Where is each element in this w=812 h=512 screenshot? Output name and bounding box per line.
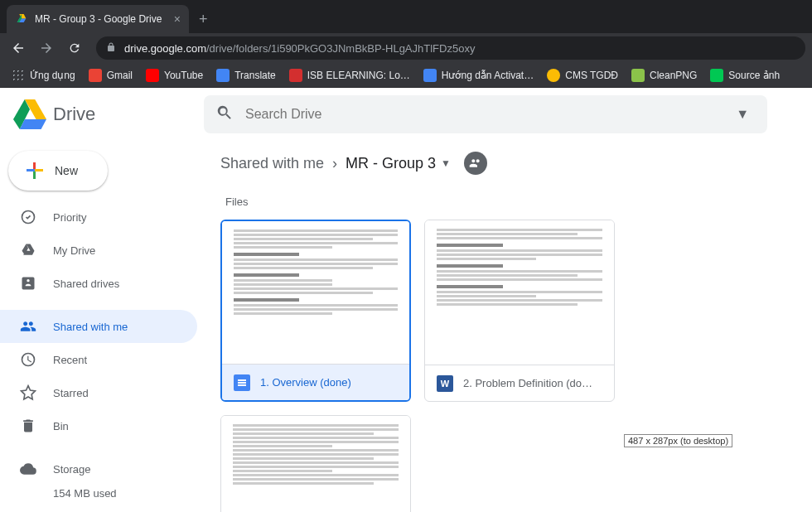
bookmark-huongdan[interactable]: Hướng dẫn Activat… [418,65,539,85]
file-preview [222,221,409,364]
tab-close-icon[interactable]: × [174,12,181,26]
search-input[interactable] [245,107,718,122]
sidebar-item-bin[interactable]: Bin [0,409,197,442]
sidebar-item-starred[interactable]: Starred [0,376,197,409]
file-preview [425,220,614,365]
new-tab-button[interactable]: + [189,11,218,28]
plus-icon [25,161,45,181]
priority-icon [20,209,36,225]
starred-icon [20,384,36,401]
docs-icon [423,69,437,82]
new-button[interactable]: New [8,151,108,191]
sidebar-item-storage[interactable]: Storage [0,452,197,485]
url-path: /drive/folders/1i590PkGO3JNmBkBP-HLgAJhT… [206,42,475,55]
bin-icon [20,418,36,434]
forward-button[interactable] [35,36,58,60]
tab-title: MR - Group 3 - Google Drive [35,13,162,25]
chevron-right-icon: › [332,155,337,172]
sidebar-item-mydrive[interactable]: My Drive [0,234,197,267]
bookmark-isb[interactable]: ISB ELEARNING: Lo… [284,65,415,85]
storage-used: 154 MB used [0,487,207,500]
back-button[interactable] [7,36,30,60]
browser-address-bar: drive.google.com/drive/folders/1i590PkGO… [0,33,812,63]
url-host: drive.google.com [124,42,206,55]
breadcrumb-current[interactable]: MR - Group 3 [346,155,436,172]
sidebar-item-shareddrives[interactable]: Shared drives [0,267,197,300]
shared-badge-icon[interactable] [464,152,487,175]
file-footer: 1. Overview (done) [222,364,409,400]
bookmark-cms[interactable]: CMS TGDĐ [542,65,623,85]
drive-app: Drive ▼ New Priority My Drive Shared dri… [0,88,812,512]
drive-logo-text: Drive [53,104,95,125]
shareddrives-icon [20,275,36,292]
url-field[interactable]: drive.google.com/drive/folders/1i590PkGO… [96,36,805,60]
file-card[interactable]: 3. Customer satisfaction … [220,415,411,512]
new-button-label: New [55,164,78,177]
search-box[interactable]: ▼ [204,95,767,133]
lock-icon [106,42,116,55]
isb-icon [289,69,302,82]
breadcrumb-dropdown-icon[interactable]: ▼ [441,157,451,169]
main-content: Shared with me › MR - Group 3 ▼ Files [207,141,812,512]
sidebar-item-recent[interactable]: Recent [0,343,197,376]
breadcrumb-root[interactable]: Shared with me [220,155,324,172]
file-name: 2. Problem Definition (do… [463,377,592,389]
search-icon [215,104,234,125]
docs-icon [234,374,250,391]
search-dropdown-icon[interactable]: ▼ [729,107,756,122]
file-card[interactable]: 1. Overview (done) [220,220,411,402]
sidebar-item-shared[interactable]: Shared with me [0,310,197,343]
youtube-icon [146,69,159,82]
drive-header: Drive ▼ [0,88,812,141]
files-grid: 1. Overview (done) 2. Problem Definition… [220,220,799,512]
file-preview [221,416,410,512]
gmail-icon [89,69,102,82]
search-wrap: ▼ [204,95,799,133]
storage-icon [20,461,36,477]
bookmark-source[interactable]: Source ảnh [705,65,785,85]
apps-button[interactable]: Ứng dụng [7,65,80,85]
dimension-tooltip: 487 x 287px (to desktop) [624,434,732,447]
drive-body: New Priority My Drive Shared drives Shar… [0,141,812,512]
bookmark-translate[interactable]: Translate [211,65,281,85]
file-footer: 2. Problem Definition (do… [425,365,614,401]
apps-icon [12,69,25,82]
file-name: 1. Overview (done) [260,376,351,389]
files-label: Files [225,196,799,208]
reload-button[interactable] [63,36,86,60]
drive-logo-icon [13,98,46,131]
bookmarks-bar: Ứng dụng Gmail YouTube Translate ISB ELE… [0,63,812,88]
evernote-icon [710,69,723,82]
sidebar: New Priority My Drive Shared drives Shar… [0,141,207,512]
bookmark-youtube[interactable]: YouTube [141,65,208,85]
shared-icon [20,318,36,335]
bookmark-cleanpng[interactable]: CleanPNG [626,65,702,85]
file-card[interactable]: 2. Problem Definition (do… [424,220,615,402]
drive-logo[interactable]: Drive [13,98,204,131]
drive-favicon [15,12,28,26]
word-icon [437,375,453,392]
translate-icon [216,69,230,82]
mydrive-icon [20,242,36,258]
cleanpng-icon [631,69,645,82]
recent-icon [20,351,36,368]
bookmark-gmail[interactable]: Gmail [84,65,138,85]
cms-icon [547,69,560,82]
breadcrumb: Shared with me › MR - Group 3 ▼ [220,146,799,181]
browser-tab[interactable]: MR - Group 3 - Google Drive × [7,5,189,33]
sidebar-item-priority[interactable]: Priority [0,200,197,234]
browser-tab-strip: MR - Group 3 - Google Drive × + [0,0,812,33]
